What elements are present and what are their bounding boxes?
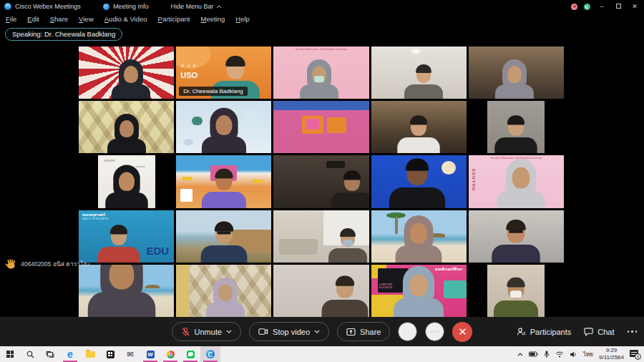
participant-figure bbox=[395, 108, 442, 154]
taskbar-line-icon[interactable] bbox=[180, 346, 200, 362]
taskbar-store-icon[interactable] bbox=[100, 346, 120, 362]
menu-edit[interactable]: Edit bbox=[27, 15, 39, 23]
tray-chevron-up-icon[interactable] bbox=[517, 353, 523, 356]
video-tile[interactable]: คณะครุศาสตร์FACULTY OF EDUCATIONEDU bbox=[79, 210, 174, 263]
wifi-icon[interactable] bbox=[555, 351, 564, 358]
tile-banner-text: M A R bbox=[181, 64, 197, 68]
video-tile[interactable] bbox=[176, 101, 271, 153]
leave-meeting-button[interactable] bbox=[452, 322, 472, 342]
stop-video-button[interactable]: Stop video bbox=[249, 322, 329, 341]
participant-figure bbox=[198, 212, 250, 263]
camera-icon bbox=[258, 328, 268, 336]
line-icon bbox=[187, 351, 195, 358]
video-tile[interactable]: Faculty of Education, Yala Rajabhat Univ… bbox=[469, 155, 564, 207]
raised-hand-label: 406402005 อนิส ดาราโอะ bbox=[21, 259, 90, 269]
start-button[interactable] bbox=[0, 346, 20, 362]
connection-indicator-icon bbox=[584, 4, 590, 10]
more-options-button[interactable] bbox=[425, 322, 444, 341]
taskbar-chrome-icon[interactable] bbox=[160, 346, 180, 362]
participant-video bbox=[176, 101, 271, 153]
chevron-down-icon bbox=[226, 330, 232, 333]
chat-button[interactable]: Chat bbox=[584, 327, 614, 336]
taskbar-mail-icon[interactable]: ✉ bbox=[120, 346, 140, 362]
video-tile[interactable] bbox=[79, 47, 174, 99]
tile-banner-text: EDUYRU bbox=[471, 169, 476, 191]
video-tile[interactable] bbox=[469, 101, 564, 153]
menu-file[interactable]: File bbox=[6, 15, 16, 23]
video-tile[interactable] bbox=[371, 210, 467, 263]
video-tile[interactable]: M A RUSODr. Cheewala Badklang bbox=[176, 47, 271, 99]
taskbar-edge-icon[interactable]: e bbox=[60, 346, 80, 362]
video-tile[interactable] bbox=[371, 155, 467, 207]
video-tile[interactable]: คอมพิวเตอร์ศึกษาCOMPUTER EDUCATION bbox=[371, 265, 467, 317]
video-tile[interactable] bbox=[273, 101, 369, 153]
participant-figure bbox=[103, 162, 150, 208]
participant-figure bbox=[95, 217, 142, 263]
video-tile[interactable] bbox=[79, 265, 174, 317]
tile-banner-text: EDU bbox=[147, 245, 170, 258]
taskbar-clock[interactable]: 9:29 9/11/2564 bbox=[599, 347, 624, 361]
menu-audio-video[interactable]: Audio & Video bbox=[104, 15, 147, 23]
participant-video bbox=[176, 265, 271, 317]
video-tile[interactable] bbox=[273, 265, 369, 317]
taskbar-word-icon[interactable]: W bbox=[140, 346, 160, 362]
unmute-button[interactable]: Unmute bbox=[172, 322, 242, 341]
hide-menu-bar-button[interactable]: Hide Menu Bar bbox=[170, 3, 222, 10]
close-button[interactable]: ✕ bbox=[630, 3, 640, 10]
video-tile[interactable] bbox=[469, 47, 564, 99]
participant-figure bbox=[391, 265, 447, 317]
reactions-button[interactable] bbox=[398, 322, 417, 341]
windows-logo-icon bbox=[6, 351, 14, 358]
video-tile[interactable] bbox=[371, 47, 467, 99]
maximize-button[interactable] bbox=[613, 3, 623, 10]
menu-participant[interactable]: Participant bbox=[158, 15, 190, 23]
menu-bar: FileEditShareViewAudio & VideoParticipan… bbox=[0, 13, 644, 24]
video-tile[interactable] bbox=[469, 210, 564, 263]
taskbar-file-explorer-icon[interactable] bbox=[80, 346, 100, 362]
mail-icon: ✉ bbox=[127, 351, 133, 358]
file-explorer-icon bbox=[86, 351, 95, 358]
video-tile[interactable] bbox=[273, 155, 369, 207]
meeting-info-label[interactable]: Meeting Info bbox=[113, 3, 149, 10]
minimize-button[interactable]: – bbox=[597, 3, 607, 10]
windows-taskbar: e ✉ W ไทย 9:29 9/11/2564 5 bbox=[0, 346, 644, 362]
participants-button[interactable]: Participants bbox=[517, 327, 571, 336]
video-tile[interactable] bbox=[176, 265, 271, 317]
video-tile[interactable] bbox=[176, 155, 271, 207]
panel-more-options-button[interactable] bbox=[628, 331, 638, 333]
menu-share[interactable]: Share bbox=[50, 15, 68, 23]
participant-video bbox=[79, 101, 174, 153]
battery-icon[interactable] bbox=[529, 351, 538, 357]
action-center-button[interactable]: 5 bbox=[630, 350, 640, 358]
menu-meeting[interactable]: Meeting bbox=[200, 15, 225, 23]
participant-video: Faculty of Education, Yala Rajabhat Univ… bbox=[273, 47, 369, 99]
raised-hand-icon bbox=[5, 259, 16, 269]
participant-figure bbox=[319, 267, 369, 317]
menu-view[interactable]: View bbox=[79, 15, 93, 23]
video-tile[interactable] bbox=[176, 210, 271, 263]
taskbar-webex-icon[interactable] bbox=[200, 346, 220, 362]
participant-figure bbox=[199, 160, 248, 208]
participant-figure bbox=[109, 57, 152, 99]
speaker-icon[interactable] bbox=[570, 351, 577, 358]
participant-video bbox=[79, 265, 174, 317]
participants-icon bbox=[517, 327, 526, 336]
video-tile[interactable] bbox=[79, 155, 174, 207]
share-button[interactable]: Share bbox=[337, 322, 390, 341]
taskbar-time: 9:29 bbox=[599, 347, 624, 354]
participant-figure bbox=[492, 269, 541, 317]
video-tile[interactable] bbox=[469, 265, 564, 317]
taskbar-search-button[interactable] bbox=[20, 346, 40, 362]
close-x-icon bbox=[459, 328, 467, 336]
language-indicator[interactable]: ไทย bbox=[583, 350, 593, 359]
video-tile[interactable] bbox=[371, 101, 467, 153]
menu-help[interactable]: Help bbox=[235, 15, 250, 23]
video-tile[interactable] bbox=[79, 101, 174, 153]
participant-figure bbox=[328, 162, 369, 208]
video-tile[interactable]: Faculty of Education, Yala Rajabhat Univ… bbox=[273, 47, 369, 99]
video-tile[interactable] bbox=[273, 210, 369, 263]
tile-banner-text: USO bbox=[180, 71, 197, 80]
task-view-button[interactable] bbox=[40, 346, 60, 362]
muted-mic-icon bbox=[181, 327, 190, 337]
microphone-tray-icon[interactable] bbox=[544, 351, 550, 358]
